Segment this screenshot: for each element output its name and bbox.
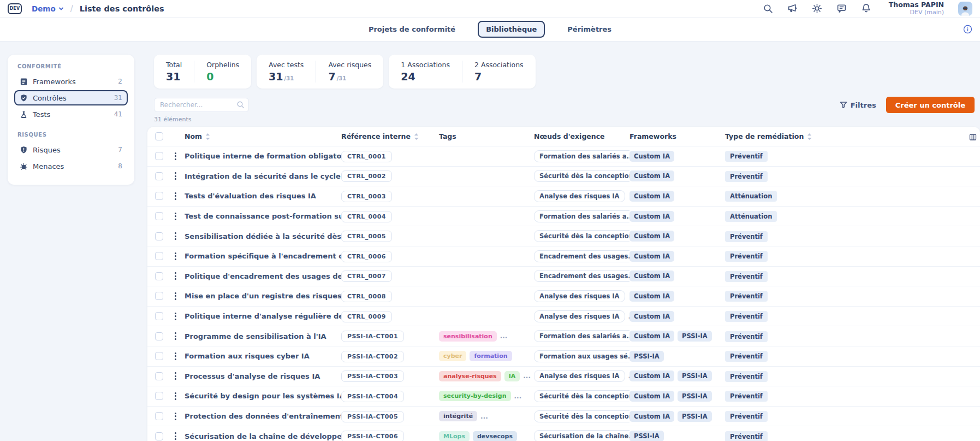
framework-chip[interactable]: Custom IA bbox=[629, 271, 674, 281]
row-checkbox[interactable] bbox=[155, 232, 163, 240]
row-checkbox[interactable] bbox=[155, 292, 163, 300]
row-menu-kebab-icon[interactable] bbox=[171, 272, 179, 280]
row-menu-kebab-icon[interactable] bbox=[171, 213, 179, 220]
framework-chip[interactable]: PSSI-IA bbox=[629, 431, 664, 441]
column-header-nom[interactable]: Nom bbox=[185, 132, 341, 140]
tag-chip[interactable]: IA bbox=[504, 371, 520, 381]
row-checkbox[interactable] bbox=[155, 312, 163, 320]
requirement-node-chip[interactable]: Sécurité dès la conception bbox=[534, 390, 629, 402]
column-header-type-de-rem-diation[interactable]: Type de remédiation bbox=[725, 132, 980, 140]
search-input[interactable] bbox=[154, 98, 249, 112]
table-row[interactable]: Intégration de la sécurité dans le cycle… bbox=[147, 167, 980, 187]
row-checkbox[interactable] bbox=[155, 152, 163, 160]
table-row[interactable]: Tests d'évaluation des risques IACTRL_00… bbox=[147, 186, 980, 207]
sidebar-item-frameworks[interactable]: Frameworks2 bbox=[14, 74, 128, 89]
table-row[interactable]: Processus d'analyse de risques IAPSSI-IA… bbox=[147, 367, 980, 387]
requirement-node-chip[interactable]: Encadrement des usages... bbox=[534, 250, 629, 262]
row-menu-kebab-icon[interactable] bbox=[171, 392, 179, 400]
control-name[interactable]: Politique interne d'analyse régulière de… bbox=[185, 312, 341, 320]
table-row[interactable]: Sécurisation de la chaîne de développeme… bbox=[147, 426, 980, 441]
more-tags-indicator[interactable]: ... bbox=[523, 372, 531, 380]
tag-chip[interactable]: MLops bbox=[439, 431, 470, 441]
row-checkbox[interactable] bbox=[155, 172, 163, 180]
tag-chip[interactable]: sensibilisation bbox=[439, 331, 497, 342]
requirement-node-chip[interactable]: Analyse des risques IA bbox=[534, 290, 625, 302]
announcement-icon[interactable] bbox=[787, 3, 798, 14]
row-checkbox[interactable] bbox=[155, 192, 163, 200]
framework-chip[interactable]: Custom IA bbox=[629, 211, 674, 222]
settings-gear-icon[interactable] bbox=[812, 3, 822, 14]
row-menu-kebab-icon[interactable] bbox=[171, 152, 179, 160]
framework-chip[interactable]: Custom IA bbox=[629, 170, 674, 181]
more-tags-indicator[interactable]: ... bbox=[514, 392, 522, 400]
tag-chip[interactable]: devsecops bbox=[473, 431, 517, 441]
row-menu-kebab-icon[interactable] bbox=[171, 292, 179, 300]
row-menu-kebab-icon[interactable] bbox=[171, 232, 179, 240]
control-name[interactable]: Processus d'analyse de risques IA bbox=[185, 372, 341, 380]
tag-chip[interactable]: security-by-design bbox=[439, 391, 511, 401]
chat-icon[interactable] bbox=[836, 3, 847, 14]
tag-chip[interactable]: cyber bbox=[439, 351, 466, 361]
framework-chip[interactable]: Custom IA bbox=[629, 151, 674, 162]
table-row[interactable]: Politique interne de formation obligatoi… bbox=[147, 146, 980, 167]
row-menu-kebab-icon[interactable] bbox=[171, 352, 179, 360]
table-row[interactable]: Sensibilisation dédiée à la sécurité dès… bbox=[147, 226, 980, 246]
framework-chip[interactable]: Custom IA bbox=[629, 371, 674, 381]
framework-chip[interactable]: Custom IA bbox=[629, 291, 674, 302]
row-menu-kebab-icon[interactable] bbox=[171, 332, 179, 340]
control-name[interactable]: Politique interne de formation obligatoi… bbox=[185, 152, 341, 160]
sidebar-item-contr-les[interactable]: Contrôles31 bbox=[14, 90, 128, 105]
requirement-node-chip[interactable]: Formation des salariés a... bbox=[534, 210, 629, 222]
row-menu-kebab-icon[interactable] bbox=[171, 372, 179, 380]
row-checkbox[interactable] bbox=[155, 352, 163, 360]
row-checkbox[interactable] bbox=[155, 392, 163, 400]
row-menu-kebab-icon[interactable] bbox=[171, 172, 179, 180]
control-name[interactable]: Test de connaissance post-formation sur … bbox=[185, 212, 341, 220]
requirement-node-chip[interactable]: Encadrement des usages... bbox=[534, 270, 629, 282]
framework-chip[interactable]: Custom IA bbox=[629, 411, 674, 422]
row-checkbox[interactable] bbox=[155, 252, 163, 260]
sidebar-item-menaces[interactable]: Menaces8 bbox=[14, 158, 128, 174]
framework-chip[interactable]: PSSI-IA bbox=[678, 391, 712, 402]
search-icon[interactable] bbox=[763, 3, 773, 14]
table-row[interactable]: Mise en place d'un registre des risques … bbox=[147, 286, 980, 307]
tab-biblioth-que[interactable]: Bibliothèque bbox=[478, 21, 545, 38]
sort-icon[interactable] bbox=[807, 133, 812, 140]
sidebar-item-risques[interactable]: Risques7 bbox=[14, 142, 128, 157]
app-logo[interactable]: DEV bbox=[8, 3, 22, 14]
control-name[interactable]: Politique d'encadrement des usages des s… bbox=[185, 272, 341, 280]
requirement-node-chip[interactable]: Analyse des risques IA bbox=[534, 310, 625, 322]
requirement-node-chip[interactable]: Formation aux usages sé... bbox=[534, 350, 629, 362]
control-name[interactable]: Programme de sensibilisation à l'IA bbox=[185, 332, 341, 340]
requirement-node-chip[interactable]: Analyse des risques IA bbox=[534, 370, 625, 382]
row-menu-kebab-icon[interactable] bbox=[171, 252, 179, 260]
control-name[interactable]: Intégration de la sécurité dans le cycle… bbox=[185, 172, 341, 180]
framework-chip[interactable]: PSSI-IA bbox=[678, 371, 712, 381]
row-menu-kebab-icon[interactable] bbox=[171, 313, 179, 320]
column-header-r-f-rence-interne[interactable]: Référence interne bbox=[341, 132, 439, 140]
sort-icon[interactable] bbox=[205, 133, 210, 140]
filters-button[interactable]: Filtres bbox=[840, 101, 876, 109]
framework-chip[interactable]: Custom IA bbox=[629, 311, 674, 322]
tag-chip[interactable]: analyse-risques bbox=[439, 371, 501, 381]
control-name[interactable]: Sensibilisation dédiée à la sécurité dès… bbox=[185, 232, 341, 240]
column-header-frameworks[interactable]: Frameworks bbox=[629, 132, 725, 140]
requirement-node-chip[interactable]: Analyse des risques IA bbox=[534, 190, 625, 202]
create-control-button[interactable]: Créer un contrôle bbox=[886, 97, 975, 113]
select-all-checkbox[interactable] bbox=[155, 132, 163, 140]
avatar[interactable] bbox=[958, 2, 972, 16]
column-settings-icon[interactable] bbox=[969, 133, 977, 140]
framework-chip[interactable]: PSSI-IA bbox=[678, 331, 712, 342]
info-icon[interactable] bbox=[963, 25, 972, 34]
notifications-bell-icon[interactable] bbox=[861, 3, 871, 14]
requirement-node-chip[interactable]: Formation des salariés a... bbox=[534, 330, 629, 342]
more-tags-indicator[interactable]: ... bbox=[480, 413, 488, 420]
framework-chip[interactable]: Custom IA bbox=[629, 251, 674, 262]
control-name[interactable]: Tests d'évaluation des risques IA bbox=[185, 192, 341, 200]
framework-chip[interactable]: PSSI-IA bbox=[678, 411, 712, 422]
row-menu-kebab-icon[interactable] bbox=[171, 192, 179, 200]
framework-chip[interactable]: Custom IA bbox=[629, 391, 674, 402]
column-header-nœuds-d-exigence[interactable]: Nœuds d'exigence bbox=[534, 132, 629, 140]
sort-icon[interactable] bbox=[414, 133, 419, 140]
user-block[interactable]: Thomas PAPIN DEV (main) bbox=[889, 1, 944, 16]
